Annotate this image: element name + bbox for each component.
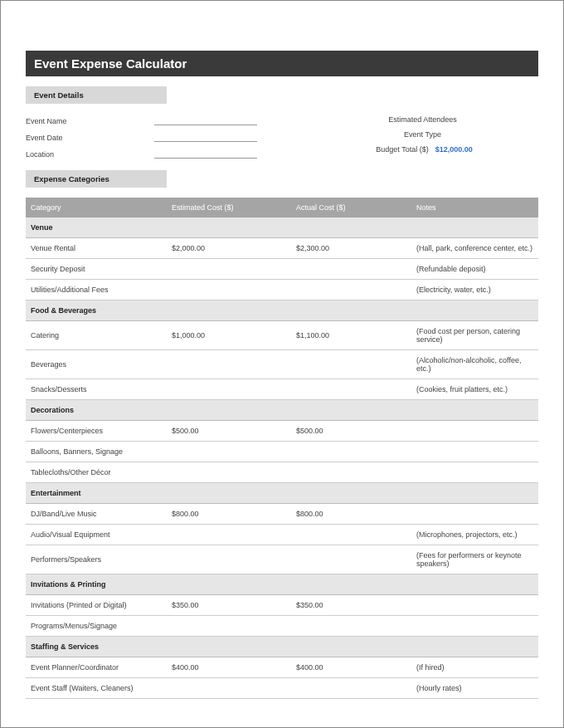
expense-notes: (Alcoholic/non-alcoholic, coffee, etc.) [411,350,538,379]
event-details: Event NameEvent DateLocation Estimated A… [26,112,538,162]
expense-row: Programs/Menus/Signage [26,616,538,637]
expense-notes: (Hourly rates) [411,678,538,699]
category-subheader: Decorations [26,400,538,421]
col-notes: Notes [411,198,538,217]
detail-input-line[interactable] [154,115,257,125]
expense-notes [411,595,538,616]
expense-row: Security Deposit(Refundable deposit) [26,259,538,280]
category-subheader: Food & Beverages [26,300,538,321]
expense-item: Flowers/Centerpieces [26,421,167,442]
expense-item: Invitations (Printed or Digital) [26,595,167,616]
estimated-cost[interactable]: $1,000.00 [167,321,291,350]
estimated-cost[interactable] [167,616,291,637]
estimated-cost[interactable]: $400.00 [167,657,291,678]
actual-cost[interactable]: $500.00 [291,421,411,442]
expense-row: Venue Rental$2,000.00$2,300.00(Hall, par… [26,238,538,259]
expense-notes [411,442,538,462]
expense-row: Invitations (Printed or Digital)$350.00$… [26,595,538,616]
table-header-row: Category Estimated Cost ($) Actual Cost … [26,198,538,217]
page-title: Event Expense Calculator [26,51,538,76]
category-subheader: Entertainment [26,483,538,504]
detail-row: Location [26,145,257,162]
expense-item: Audio/Visual Equipment [26,525,167,545]
expense-notes [411,421,538,442]
expense-item: Programs/Menus/Signage [26,616,167,637]
estimated-cost[interactable]: $2,000.00 [167,238,291,259]
expense-item: Balloons, Banners, Signage [26,442,167,462]
category-subheader: Staffing & Services [26,637,538,657]
expense-row: Event Staff (Waiters, Cleaners)(Hourly r… [26,678,538,699]
expense-row: DJ/Band/Live Music$800.00$800.00 [26,504,538,525]
detail-row: Event Type [307,127,538,142]
detail-label: Event Type [401,130,445,139]
actual-cost[interactable] [291,350,411,379]
estimated-cost[interactable] [167,678,291,699]
expense-notes: (Microphones, projectors, etc.) [411,525,538,545]
section-event-details: Event Details [26,86,167,104]
detail-row: Event Name [26,112,257,129]
category-subheader: Venue [26,217,538,238]
estimated-cost[interactable] [167,525,291,545]
detail-label: Event Name [26,117,154,125]
actual-cost[interactable]: $1,100.00 [291,321,411,350]
expense-row: Event Planner/Coordinator$400.00$400.00(… [26,657,538,678]
estimated-cost[interactable]: $500.00 [167,421,291,442]
actual-cost[interactable] [291,280,411,300]
actual-cost[interactable] [291,259,411,280]
detail-input-line[interactable] [154,149,257,159]
estimated-cost[interactable] [167,259,291,280]
expense-item: Venue Rental [26,238,167,259]
category-name: Entertainment [26,483,538,504]
category-name: Decorations [26,400,538,421]
detail-row: Budget Total ($)$12,000.00 [307,142,538,157]
expense-notes [411,616,538,637]
detail-label: Budget Total ($) [372,145,431,154]
estimated-cost[interactable] [167,350,291,379]
actual-cost[interactable] [291,525,411,545]
actual-cost[interactable]: $350.00 [291,595,411,616]
expense-row: Snacks/Desserts(Cookies, fruit platters,… [26,379,538,400]
expense-notes: (Refundable deposit) [411,259,538,280]
expenses-table: Category Estimated Cost ($) Actual Cost … [26,198,538,699]
expense-row: Performers/Speakers(Fees for performers … [26,545,538,574]
actual-cost[interactable]: $800.00 [291,504,411,525]
estimated-cost[interactable] [167,442,291,462]
expense-item: Catering [26,321,167,350]
section-expense-categories: Expense Categories [26,170,167,188]
document-page: Event Expense Calculator Event Details E… [0,0,564,728]
expense-row: Flowers/Centerpieces$500.00$500.00 [26,421,538,442]
expense-notes: (If hired) [411,657,538,678]
col-estimated: Estimated Cost ($) [167,198,291,217]
actual-cost[interactable] [291,462,411,483]
estimated-cost[interactable] [167,545,291,574]
actual-cost[interactable] [291,379,411,400]
estimated-cost[interactable] [167,280,291,300]
actual-cost[interactable]: $2,300.00 [291,238,411,259]
expense-row: Utilities/Additional Fees(Electricity, w… [26,280,538,300]
expense-item: Security Deposit [26,259,167,280]
col-category: Category [26,198,167,217]
estimated-cost[interactable]: $350.00 [167,595,291,616]
detail-input-line[interactable] [154,132,257,142]
expense-notes [411,462,538,483]
estimated-cost[interactable] [167,379,291,400]
detail-row: Estimated Attendees [307,112,538,127]
detail-label: Location [26,150,154,159]
expense-row: Balloons, Banners, Signage [26,442,538,462]
details-left-column: Event NameEvent DateLocation [26,112,257,162]
estimated-cost[interactable] [167,462,291,483]
estimated-cost[interactable]: $800.00 [167,504,291,525]
expense-notes [411,504,538,525]
actual-cost[interactable] [291,678,411,699]
expense-item: DJ/Band/Live Music [26,504,167,525]
expense-row: Audio/Visual Equipment(Microphones, proj… [26,525,538,545]
expense-notes: (Food cost per person, catering service) [411,321,538,350]
expense-item: Event Staff (Waiters, Cleaners) [26,678,167,699]
category-name: Food & Beverages [26,300,538,321]
actual-cost[interactable] [291,442,411,462]
actual-cost[interactable] [291,545,411,574]
category-name: Invitations & Printing [26,574,538,595]
actual-cost[interactable] [291,616,411,637]
detail-label: Estimated Attendees [385,115,460,124]
actual-cost[interactable]: $400.00 [291,657,411,678]
